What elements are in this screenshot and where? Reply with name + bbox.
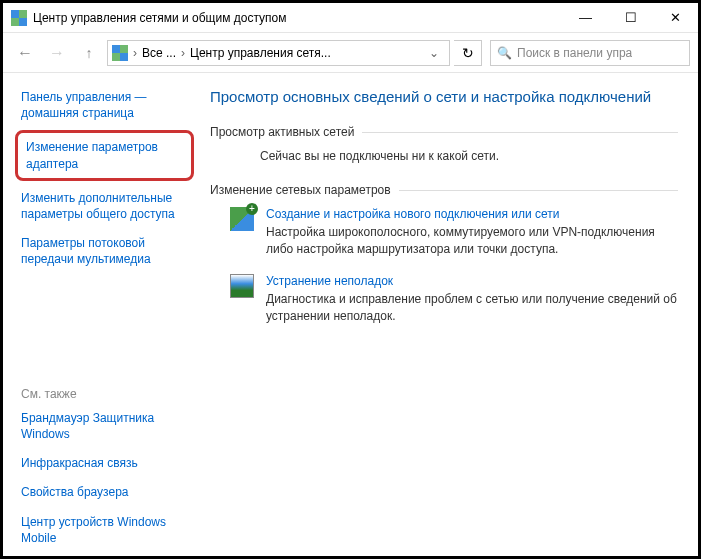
see-also-infrared[interactable]: Инфракрасная связь [21,455,188,471]
chevron-right-icon[interactable]: › [130,46,140,60]
search-input[interactable]: 🔍 Поиск в панели упра [490,40,690,66]
window-controls: — ☐ ✕ [563,3,698,32]
maximize-button[interactable]: ☐ [608,3,653,32]
back-button[interactable]: ← [11,39,39,67]
main-panel: Просмотр основных сведений о сети и наст… [198,73,698,556]
breadcrumb-seg1[interactable]: Все ... [142,46,176,60]
up-button[interactable]: ↑ [75,39,103,67]
action-troubleshoot-title[interactable]: Устранение неполадок [266,274,678,288]
breadcrumb-dropdown[interactable]: ⌄ [423,46,445,60]
refresh-button[interactable]: ↻ [454,40,482,66]
search-icon: 🔍 [497,46,512,60]
chevron-right-icon[interactable]: › [178,46,188,60]
titlebar: Центр управления сетями и общим доступом… [3,3,698,33]
setup-connection-icon [230,207,254,231]
change-settings-title: Изменение сетевых параметров [210,183,678,197]
see-also-label: См. также [21,387,188,401]
active-networks-title: Просмотр активных сетей [210,125,678,139]
see-also-mobile[interactable]: Центр устройств Windows Mobile [21,514,188,546]
app-icon [11,10,27,26]
action-troubleshoot-desc: Диагностика и исправление проблем с сеть… [266,291,678,325]
active-networks-body: Сейчас вы не подключены ни к какой сети. [210,149,678,163]
page-heading: Просмотр основных сведений о сети и наст… [210,87,678,107]
close-button[interactable]: ✕ [653,3,698,32]
content: Панель управления — домашняя страница Из… [3,73,698,556]
minimize-button[interactable]: — [563,3,608,32]
navbar: ← → ↑ › Все ... › Центр управления сетя.… [3,33,698,73]
see-also-browser[interactable]: Свойства браузера [21,484,188,500]
breadcrumb-icon [112,45,128,61]
action-setup-title[interactable]: Создание и настройка нового подключения … [266,207,678,221]
action-setup-connection: Создание и настройка нового подключения … [230,207,678,258]
breadcrumb[interactable]: › Все ... › Центр управления сетя... ⌄ [107,40,450,66]
action-setup-desc: Настройка широкополосного, коммутируемог… [266,224,678,258]
troubleshoot-icon [230,274,254,298]
sidebar-adapter-settings-link[interactable]: Изменение параметров адаптера [15,130,194,180]
sidebar-media-streaming-link[interactable]: Параметры потоковой передачи мультимедиа [21,235,188,267]
see-also-firewall[interactable]: Брандмауэр Защитника Windows [21,410,188,442]
sidebar-advanced-sharing-link[interactable]: Изменить дополнительные параметры общего… [21,190,188,222]
forward-button[interactable]: → [43,39,71,67]
sidebar: Панель управления — домашняя страница Из… [3,73,198,556]
breadcrumb-seg2[interactable]: Центр управления сетя... [190,46,331,60]
action-troubleshoot: Устранение неполадок Диагностика и испра… [230,274,678,325]
search-placeholder: Поиск в панели упра [517,46,632,60]
window-title: Центр управления сетями и общим доступом [33,11,563,25]
sidebar-home-link[interactable]: Панель управления — домашняя страница [21,89,188,121]
